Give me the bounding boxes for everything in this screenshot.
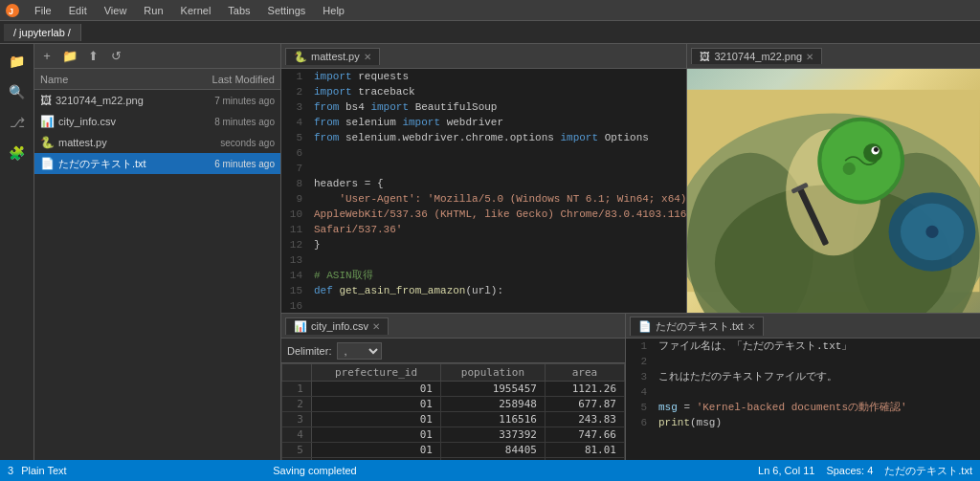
csv-row: 4 01 337392 747.66 (282, 427, 625, 443)
csv-cell-area: 677.87 (545, 397, 624, 412)
menu-edit[interactable]: Edit (61, 3, 95, 18)
refresh-btn[interactable]: ↺ (107, 48, 124, 65)
csv-row: 2 01 258948 677.87 (282, 397, 625, 412)
status-encoding: ただのテキスト.txt (884, 464, 972, 478)
file-row[interactable]: 🖼 3210744_m22.png 7 minutes ago (34, 90, 280, 111)
txt-file-icon: 📄 (40, 157, 55, 170)
code-editor[interactable]: 1import requests 2import traceback 3from… (281, 69, 686, 313)
csv-tab-bar: 📊 city_info.csv ✕ (281, 314, 625, 339)
image-panel: 🖼 3210744_m22.png ✕ (687, 44, 980, 313)
text-tab-close[interactable]: ✕ (747, 321, 755, 332)
new-file-btn[interactable]: + (38, 48, 56, 65)
csv-cell-area: 81.01 (545, 443, 624, 458)
csv-row-num: 6 (282, 458, 312, 461)
csv-row: 5 01 84405 81.01 (282, 443, 625, 458)
csv-toolbar: Delimiter: , ; TAB (281, 339, 625, 363)
csv-col-area[interactable]: area (545, 364, 624, 382)
csv-tab[interactable]: 📊 city_info.csv ✕ (285, 317, 389, 335)
menu-run[interactable]: Run (136, 3, 170, 18)
csv-row-num: 2 (282, 397, 312, 412)
file-name-label: mattest.py (58, 137, 179, 148)
text-tab-label: ただのテキスト.txt (656, 319, 744, 334)
file-col-name-header: Name (40, 74, 179, 85)
status-left: 3 Plain Text (8, 465, 67, 476)
svg-text:J: J (9, 7, 13, 16)
csv-tab-close[interactable]: ✕ (372, 321, 380, 332)
py-tab-icon: 🐍 (294, 51, 307, 63)
tab-jupyterlab[interactable]: / jupyterlab / (4, 24, 81, 41)
image-container (687, 69, 980, 313)
bottom-panels: 📊 city_info.csv ✕ Delimiter: , ; TAB (281, 314, 980, 460)
file-row[interactable]: 🐍 mattest.py seconds ago (34, 132, 280, 153)
new-folder-btn[interactable]: 📁 (61, 48, 78, 65)
image-tab[interactable]: 🖼 3210744_m22.png ✕ (691, 48, 822, 64)
svg-point-16 (926, 226, 939, 238)
csv-cell-prefecture: 01 (311, 412, 440, 427)
csv-table: prefecture_id population area 1 01 19554… (281, 363, 625, 460)
sidebar: + 📁 ⬆ ↺ Name Last Modified 🖼 3210744_m22… (34, 44, 281, 460)
csv-cell-population: 337392 (440, 427, 545, 443)
svg-point-13 (843, 163, 856, 175)
text-tab[interactable]: 📄 ただのテキスト.txt ✕ (630, 317, 764, 336)
status-mode[interactable]: Plain Text (21, 465, 67, 476)
png-file-icon: 🖼 (40, 94, 52, 107)
csv-table-container[interactable]: prefecture_id population area 1 01 19554… (281, 363, 625, 460)
text-editor[interactable]: 1ファイル名は、「ただのテキスト.txt」 2 3これはただのテキストファイルで… (626, 339, 980, 460)
menu-tabs[interactable]: Tabs (220, 3, 257, 18)
upload-btn[interactable]: ⬆ (84, 48, 101, 65)
image-tab-label: 3210744_m22.png (714, 51, 802, 62)
puzzle-icon[interactable]: 🧩 (4, 140, 31, 166)
csv-col-population[interactable]: population (440, 364, 545, 382)
editor-tab[interactable]: 🐍 mattest.py ✕ (285, 48, 380, 65)
image-tab-bar: 🖼 3210744_m22.png ✕ (687, 44, 980, 69)
menu-file[interactable]: File (27, 3, 59, 18)
csv-col-prefecture[interactable]: prefecture_id (311, 364, 440, 382)
icon-panel: 📁 🔍 ⎇ 🧩 (0, 44, 34, 460)
editor-tab-bar: 🐍 mattest.py ✕ (281, 44, 686, 69)
csv-cell-prefecture: 01 (311, 397, 440, 412)
file-col-modified-header[interactable]: Last Modified (179, 74, 275, 85)
svg-point-12 (874, 147, 879, 152)
delimiter-label: Delimiter: (287, 345, 331, 357)
image-tab-close[interactable]: ✕ (806, 52, 813, 62)
file-name-label: 3210744_m22.png (56, 95, 179, 106)
menu-help[interactable]: Help (315, 3, 352, 18)
txt-tab-icon: 📄 (638, 320, 652, 333)
status-spaces: Spaces: 4 (826, 465, 873, 476)
menu-view[interactable]: View (97, 3, 135, 18)
statusbar: 3 Plain Text Saving completed Ln 6, Col … (0, 460, 980, 481)
csv-file-icon: 📊 (40, 115, 55, 128)
file-row[interactable]: 📄 ただのテキスト.txt 6 minutes ago (34, 153, 280, 174)
menu-settings[interactable]: Settings (260, 3, 314, 18)
csv-cell-population: 170364 (440, 458, 545, 461)
tabbar: / jupyterlab / (0, 21, 980, 44)
file-modified-time: 8 minutes ago (179, 117, 275, 127)
editor-panel: 🐍 mattest.py ✕ 1import requests 2import … (281, 44, 687, 313)
file-name-label: city_info.csv (58, 116, 179, 127)
file-list-header: Name Last Modified (34, 69, 280, 90)
sidebar-toolbar: + 📁 ⬆ ↺ (34, 44, 280, 69)
menu-kernel[interactable]: Kernel (173, 3, 219, 18)
csv-panel: 📊 city_info.csv ✕ Delimiter: , ; TAB (281, 314, 626, 460)
csv-cell-population: 258948 (440, 397, 545, 412)
file-name-label: ただのテキスト.txt (58, 157, 179, 171)
csv-cell-prefecture: 01 (311, 458, 440, 461)
csv-cell-population: 116516 (440, 412, 545, 427)
editor-tab-close[interactable]: ✕ (364, 52, 371, 62)
git-icon[interactable]: ⎇ (4, 109, 31, 136)
csv-cell-population: 84405 (440, 443, 545, 458)
file-row[interactable]: 📊 city_info.csv 8 minutes ago (34, 111, 280, 132)
delimiter-select[interactable]: , ; TAB (337, 342, 382, 360)
status-position: Ln 6, Col 11 (758, 465, 814, 476)
csv-row: 1 01 1955457 1121.26 (282, 382, 625, 397)
folder-icon[interactable]: 📁 (4, 48, 31, 75)
text-panel: 📄 ただのテキスト.txt ✕ 1ファイル名は、「ただのテキスト.txt」 2 … (626, 314, 980, 460)
csv-row-num-header (282, 364, 312, 382)
status-center: Saving completed (273, 465, 356, 476)
csv-row: 6 01 170364 1363.29 (282, 458, 625, 461)
search-icon-btn[interactable]: 🔍 (4, 78, 31, 105)
file-modified-time: 7 minutes ago (179, 96, 275, 106)
csv-row-num: 1 (282, 382, 312, 397)
csv-cell-population: 1955457 (440, 382, 545, 397)
top-panels: 🐍 mattest.py ✕ 1import requests 2import … (281, 44, 980, 314)
